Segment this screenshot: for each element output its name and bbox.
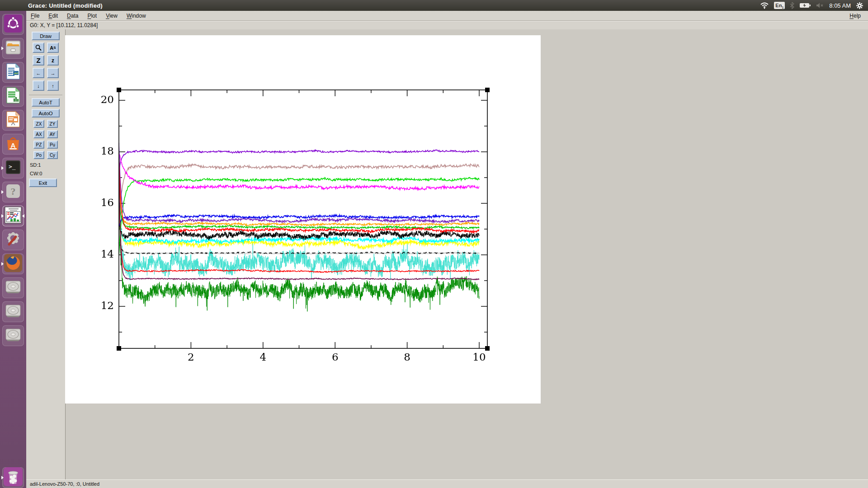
plot-canvas[interactable] xyxy=(65,35,541,404)
window-title: Grace: Untitled (modified) xyxy=(28,2,103,9)
top-panel: Grace: Untitled (modified) En1 8:05 AM xyxy=(0,0,868,11)
tool-pz-button[interactable]: PZ xyxy=(33,141,44,149)
help-icon: ? xyxy=(5,183,22,202)
menubar: FileEditDataPlotViewWindowHelp xyxy=(26,11,868,21)
grace-window: FileEditDataPlotViewWindowHelp G0: X, Y … xyxy=(26,11,868,488)
grace-toolbar: DrawASZz←→↓↑AutoTAutoOZXZYAXAYPZPuPoCySD… xyxy=(26,29,66,480)
ubuntu-dash-icon xyxy=(4,14,22,34)
launcher-item-settings[interactable] xyxy=(2,230,24,250)
locator-text: G0: X, Y = [10.112, 11.0284] xyxy=(30,22,98,28)
zoom-tool-button[interactable] xyxy=(33,42,44,53)
zoom-out-button[interactable]: z xyxy=(47,55,59,66)
launcher-item-libreoffice-impress[interactable] xyxy=(2,110,24,131)
menu-data[interactable]: Data xyxy=(62,12,83,20)
exit-button[interactable]: Exit xyxy=(29,178,57,187)
launcher-item-ubuntu-dash[interactable] xyxy=(2,14,24,35)
plot-page xyxy=(65,35,541,404)
firefox-icon xyxy=(4,254,22,274)
launcher-item-terminal[interactable]: >_ xyxy=(2,158,24,178)
locator-bar: G0: X, Y = [10.112, 11.0284] xyxy=(26,21,868,30)
running-indicator xyxy=(1,262,4,266)
clock[interactable]: 8:05 AM xyxy=(829,2,851,9)
launcher: A>_? xyxy=(0,11,26,488)
battery-icon[interactable] xyxy=(799,2,811,9)
focused-indicator xyxy=(22,214,24,218)
pan-left-button[interactable]: ← xyxy=(33,68,44,78)
svg-text:?: ? xyxy=(11,186,16,197)
launcher-item-software-center[interactable]: A xyxy=(2,134,24,155)
terminal-icon: >_ xyxy=(5,159,22,178)
launcher-item-trash[interactable] xyxy=(2,467,24,488)
launcher-item-libreoffice-writer[interactable] xyxy=(2,62,24,83)
tool-ax-button[interactable]: AX xyxy=(33,130,44,138)
draw-button[interactable]: Draw xyxy=(32,32,60,40)
tool-zx-button[interactable]: ZX xyxy=(33,120,44,128)
launcher-item-files[interactable] xyxy=(2,38,24,59)
running-indicator xyxy=(1,476,4,479)
libreoffice-writer-icon xyxy=(5,63,22,82)
libreoffice-calc-icon xyxy=(5,87,22,106)
running-indicator xyxy=(1,214,4,218)
wifi-icon[interactable] xyxy=(760,2,769,9)
launcher-item-disk-3[interactable] xyxy=(2,325,24,346)
grace-main: DrawASZz←→↓↑AutoTAutoOZXZYAXAYPZPuPoCySD… xyxy=(26,29,868,480)
pan-down-button[interactable]: ↓ xyxy=(33,80,44,91)
tool-po-button[interactable]: Po xyxy=(33,151,44,159)
menu-edit[interactable]: Edit xyxy=(44,12,62,20)
set-default-label: SD:1 xyxy=(30,162,41,168)
running-indicator xyxy=(1,166,4,170)
autoscale-button[interactable]: AutoO xyxy=(32,109,60,117)
disk-icon xyxy=(4,326,22,346)
volume-muted-icon[interactable] xyxy=(816,2,824,9)
bluetooth-icon[interactable] xyxy=(790,2,794,9)
keyboard-indicator[interactable]: En1 xyxy=(774,2,785,9)
tool-zy-button[interactable]: ZY xyxy=(47,120,58,128)
running-indicator xyxy=(1,190,4,194)
disk-icon xyxy=(4,278,22,298)
settings-icon xyxy=(5,230,22,249)
desktop: Grace: Untitled (modified) En1 8:05 AM xyxy=(0,0,868,488)
launcher-item-disk-1[interactable] xyxy=(2,277,24,298)
tool-ay-button[interactable]: AY xyxy=(47,130,58,138)
disk-icon xyxy=(4,302,22,322)
statusbar: adil-Lenovo-Z50-70, :0, Untitled xyxy=(26,479,868,488)
menu-plot[interactable]: Plot xyxy=(83,12,101,20)
cw-label: CW:0 xyxy=(30,171,42,176)
menu-file[interactable]: File xyxy=(26,12,44,20)
zoom-in-button[interactable]: Z xyxy=(33,55,44,66)
libreoffice-impress-icon xyxy=(5,111,22,130)
launcher-item-disk-2[interactable] xyxy=(2,301,24,322)
magnifier-icon xyxy=(35,44,42,52)
canvas-holder xyxy=(66,29,868,480)
system-tray: En1 8:05 AM xyxy=(760,0,868,11)
running-indicator xyxy=(1,47,4,50)
launcher-item-help[interactable]: ? xyxy=(2,182,24,202)
tool-pu-button[interactable]: Pu xyxy=(47,141,58,149)
grace-icon xyxy=(4,206,22,226)
text-tool-button[interactable]: AS xyxy=(47,42,59,53)
statusbar-text: adil-Lenovo-Z50-70, :0, Untitled xyxy=(30,481,99,487)
menu-window[interactable]: Window xyxy=(122,12,151,20)
menu-help[interactable]: Help xyxy=(845,12,865,20)
svg-text:A: A xyxy=(11,141,16,149)
files-icon xyxy=(5,39,22,58)
launcher-item-libreoffice-calc[interactable] xyxy=(2,86,24,107)
session-gear-icon[interactable] xyxy=(856,2,863,9)
software-center-icon: A xyxy=(5,135,22,154)
tool-cy-button[interactable]: Cy xyxy=(47,151,58,159)
pan-up-button[interactable]: ↑ xyxy=(47,80,59,91)
menu-view[interactable]: View xyxy=(101,12,122,20)
launcher-item-grace[interactable] xyxy=(2,206,24,226)
pan-right-button[interactable]: → xyxy=(47,68,59,78)
svg-text:>_: >_ xyxy=(9,163,16,170)
launcher-item-firefox[interactable] xyxy=(2,253,24,274)
trash-icon xyxy=(4,467,23,488)
autoticks-button[interactable]: AutoT xyxy=(32,98,60,107)
